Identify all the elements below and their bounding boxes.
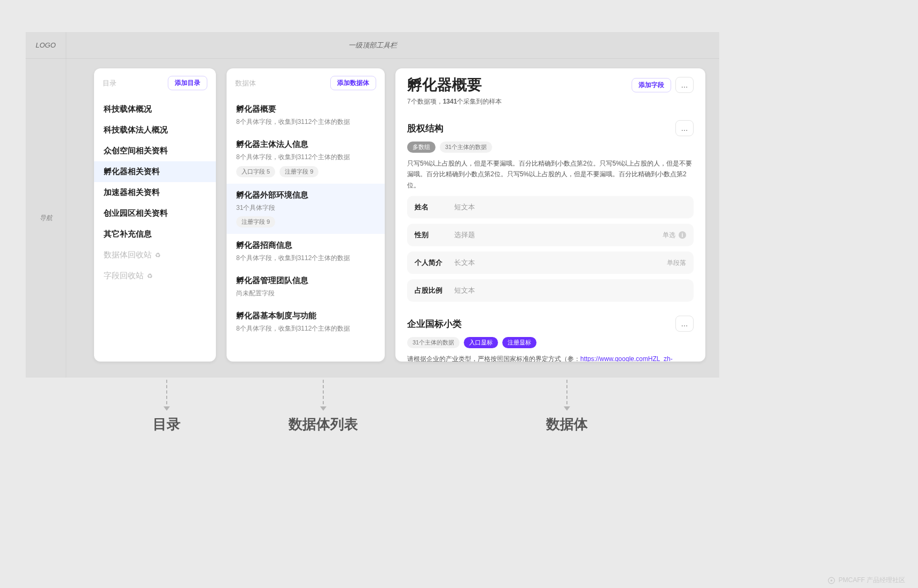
field-name: 姓名 (415, 202, 448, 212)
svg-point-1 (831, 579, 833, 582)
databody-item-sub: 8个具体字段，收集到3112个主体的数据 (236, 153, 375, 162)
workarea: 导航 目录 添加目录 科技载体概况科技载体法人概况众创空间相关资料孵化器相关资料… (26, 59, 719, 378)
add-field-button[interactable]: 添加字段 (632, 78, 671, 92)
databody-item-title: 孵化器主体法人信息 (236, 139, 375, 150)
databody-item-title: 孵化器概要 (236, 104, 375, 114)
databody-item-title: 孵化器招商信息 (236, 240, 375, 250)
logo: LOGO (26, 32, 66, 59)
field-tail: 单选i (663, 231, 686, 240)
tag-chip: 31个主体的数据 (407, 337, 460, 348)
toc-item[interactable]: 众创空间相关资料 (94, 140, 216, 161)
field-name: 性别 (415, 230, 448, 240)
section-more-button[interactable]: … (675, 316, 694, 332)
toc-header: 目录 添加目录 (94, 68, 216, 93)
side-nav-label: 导航 (40, 214, 52, 223)
section-header: 股权结构… (407, 120, 694, 136)
recycle-icon: ♻ (155, 252, 161, 259)
databody-item-sub: 8个具体字段，收集到3112个主体的数据 (236, 117, 375, 127)
databody-list-header: 数据体 添加数据体 (227, 68, 385, 93)
detail-header: 孵化器概要 添加字段 … (407, 75, 694, 95)
field-row[interactable]: 占股比例短文本 (407, 279, 694, 302)
tag-chip: 多数组 (407, 142, 435, 153)
side-nav[interactable]: 导航 (26, 59, 66, 378)
toc-title: 目录 (103, 79, 116, 88)
field-name: 占股比例 (415, 286, 448, 295)
field-type: 长文本 (454, 258, 660, 268)
databody-item[interactable]: 孵化器招商信息8个具体字段，收集到3112个主体的数据 (227, 234, 385, 269)
section-title: 企业国标小类 (407, 318, 462, 330)
watermark: PMCAFF 产品经理社区 (828, 576, 905, 585)
field-type: 短文本 (454, 202, 686, 212)
toc-item[interactable]: 创业园区相关资料 (94, 203, 216, 224)
add-databody-button[interactable]: 添加数据体 (330, 76, 376, 90)
detail-meta: 7个数据项，1341个采集到的样本 (407, 97, 694, 106)
databody-list-title: 数据体 (235, 79, 256, 88)
databody-item-title: 孵化器管理团队信息 (236, 276, 375, 286)
databody-item-tags: 入口字段 5注册字段 9 (236, 166, 375, 177)
databody-item-tags: 注册字段 9 (236, 216, 375, 228)
field-row[interactable]: 姓名短文本 (407, 196, 694, 218)
databody-item-sub: 尚未配置字段 (236, 289, 375, 298)
tag-chip: 注册字段 9 (236, 216, 275, 228)
section-tags: 31个主体的数据入口显标注册显标 (407, 337, 694, 348)
databody-detail: 孵化器概要 添加字段 … 7个数据项，1341个采集到的样本 股权结构…多数组3… (395, 68, 705, 362)
section-more-button[interactable]: … (675, 120, 694, 136)
tag-chip: 入口显标 (464, 337, 498, 348)
info-icon: i (679, 231, 686, 239)
toc-item[interactable]: 字段回收站♻ (94, 265, 216, 286)
databody-item[interactable]: 孵化器外部环境信息31个具体字段注册字段 9 (227, 184, 385, 234)
detail-title: 孵化器概要 (407, 75, 482, 95)
top-toolbar: LOGO 一级顶部工具栏 (26, 32, 719, 59)
databody-item-sub: 8个具体字段，收集到3112个主体的数据 (236, 324, 375, 333)
section-title: 股权结构 (407, 122, 444, 135)
databody-item[interactable]: 孵化器主体法人信息8个具体字段，收集到3112个主体的数据入口字段 5注册字段 … (227, 133, 385, 184)
databody-item[interactable]: 孵化器管理团队信息尚未配置字段 (227, 269, 385, 304)
databody-item-title: 孵化器外部环境信息 (236, 190, 375, 200)
field-section: 企业国标小类…31个主体的数据入口显标注册显标请根据企业的产业类型，严格按照国家… (407, 316, 694, 362)
recycle-icon: ♻ (147, 272, 153, 280)
toc-list: 科技载体概况科技载体法人概况众创空间相关资料孵化器相关资料加速器相关资料创业园区… (94, 93, 216, 296)
watermark-icon (828, 577, 835, 584)
field-section: 股权结构…多数组31个主体的数据只写5%以上占股的人，但是不要漏哦。百分比精确到… (407, 120, 694, 302)
detail-more-button[interactable]: … (675, 77, 694, 93)
databody-item[interactable]: 孵化器基本制度与功能8个具体字段，收集到3112个主体的数据 (227, 304, 385, 340)
databody-item-title: 孵化器基本制度与功能 (236, 311, 375, 321)
section-description: 只写5%以上占股的人，但是不要漏哦。百分比精确到小数点第2位。只写5%以上占股的… (407, 158, 694, 191)
caption-detail: 数据体 (546, 415, 588, 434)
databody-item-sub: 31个具体字段 (236, 203, 375, 213)
add-toc-button[interactable]: 添加目录 (168, 76, 207, 90)
field-row[interactable]: 个人简介长文本单段落 (407, 252, 694, 274)
toc-panel: 目录 添加目录 科技载体概况科技载体法人概况众创空间相关资料孵化器相关资料加速器… (94, 68, 216, 362)
app-frame: LOGO 一级顶部工具栏 导航 目录 添加目录 科技载体概况科技载体法人概况众创… (26, 32, 719, 378)
tag-chip: 注册字段 9 (279, 166, 318, 177)
caption-list: 数据体列表 (289, 415, 358, 434)
detail-actions: 添加字段 … (632, 77, 694, 93)
toc-item[interactable]: 孵化器相关资料 (94, 161, 216, 182)
field-type: 短文本 (454, 286, 686, 295)
three-column-layout: 目录 添加目录 科技载体概况科技载体法人概况众创空间相关资料孵化器相关资料加速器… (66, 59, 719, 378)
toc-item[interactable]: 科技载体法人概况 (94, 120, 216, 140)
toc-item[interactable]: 数据体回收站♻ (94, 245, 216, 265)
section-header: 企业国标小类… (407, 316, 694, 332)
databody-item[interactable]: 孵化器概要8个具体字段，收集到3112个主体的数据 (227, 98, 385, 133)
databody-list-panel: 数据体 添加数据体 孵化器概要8个具体字段，收集到3112个主体的数据孵化器主体… (227, 68, 385, 362)
toc-item[interactable]: 其它补充信息 (94, 224, 216, 245)
field-tail: 单段落 (667, 258, 686, 268)
tag-chip: 31个主体的数据 (440, 142, 492, 153)
column-captions: 目录 数据体列表 数据体 (26, 378, 719, 484)
section-description: 请根据企业的产业类型，严格按照国家标准的界定方式（参：https://www.g… (407, 354, 694, 362)
tag-chip: 入口字段 5 (236, 166, 275, 177)
databody-list: 孵化器概要8个具体字段，收集到3112个主体的数据孵化器主体法人信息8个具体字段… (227, 93, 385, 362)
field-type: 选择题 (454, 230, 656, 240)
toc-item[interactable]: 科技载体概况 (94, 99, 216, 120)
toc-item[interactable]: 加速器相关资料 (94, 182, 216, 203)
section-tags: 多数组31个主体的数据 (407, 142, 694, 153)
tag-chip: 注册显标 (502, 337, 536, 348)
databody-detail-panel: 孵化器概要 添加字段 … 7个数据项，1341个采集到的样本 股权结构…多数组3… (395, 68, 705, 362)
databody-item-sub: 8个具体字段，收集到3112个主体的数据 (236, 254, 375, 263)
field-row[interactable]: 性别选择题单选i (407, 224, 694, 246)
top-toolbar-title: 一级顶部工具栏 (66, 41, 719, 50)
caption-toc: 目录 (153, 415, 181, 434)
field-name: 个人简介 (415, 258, 448, 268)
